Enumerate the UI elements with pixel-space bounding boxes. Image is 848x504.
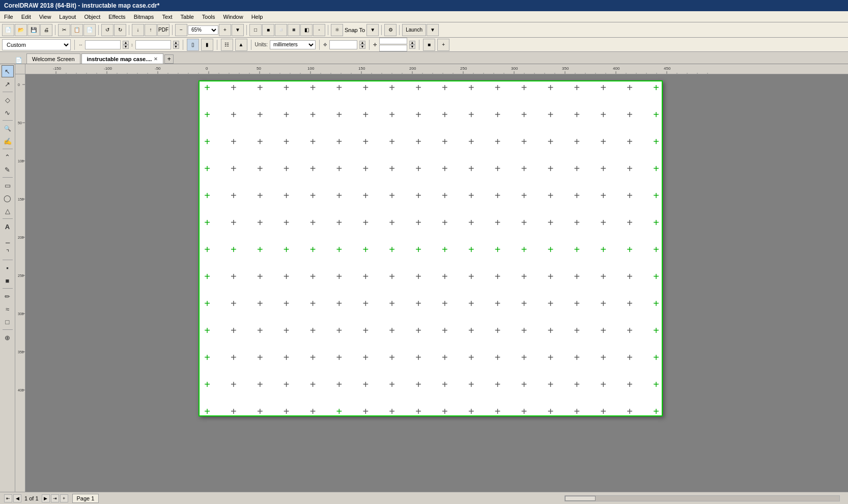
height-spinner[interactable]: ▲ ▼ bbox=[173, 41, 179, 49]
tool-eyedropper[interactable]: ✏ bbox=[2, 290, 14, 302]
new-button[interactable]: 📄 bbox=[2, 24, 14, 36]
print-button[interactable]: 🖨 bbox=[40, 24, 52, 36]
tool-line[interactable]: ⎯ bbox=[2, 233, 14, 245]
cross-grid: ++++++++++++++++++++++++++++++++++++++++… bbox=[200, 81, 662, 415]
step-x-input[interactable]: 5.0 mm bbox=[379, 38, 407, 44]
menu-file[interactable]: File bbox=[0, 13, 17, 21]
zoom-out-btn[interactable]: − bbox=[175, 24, 187, 36]
menu-bitmaps[interactable]: Bitmaps bbox=[130, 13, 158, 21]
all-pages-btn[interactable]: ☷ bbox=[221, 39, 233, 51]
menu-view[interactable]: View bbox=[35, 13, 55, 21]
cross-8-13: + bbox=[548, 298, 554, 309]
tab-add-btn[interactable]: + bbox=[164, 54, 174, 64]
tool-pan[interactable]: ✍ bbox=[2, 135, 14, 147]
menu-object[interactable]: Object bbox=[80, 13, 104, 21]
zoom-dropdown[interactable]: 65% 50% 75% 100% bbox=[188, 25, 218, 35]
units-dropdown[interactable]: millimeters inches pixels bbox=[270, 40, 316, 49]
tool-polygon[interactable]: △ bbox=[2, 205, 14, 217]
current-page-btn[interactable]: ▲ bbox=[235, 39, 247, 51]
landscape-btn[interactable]: ▮ bbox=[201, 39, 213, 51]
svg-text:350: 350 bbox=[18, 350, 24, 354]
menu-effects[interactable]: Effects bbox=[104, 13, 129, 21]
launch-dropdown[interactable]: ▼ bbox=[427, 24, 439, 36]
page-preset-dropdown[interactable]: Custom Letter A4 A3 bbox=[2, 39, 71, 50]
cross-10-12: + bbox=[521, 352, 527, 362]
view-btn6[interactable]: ◦ bbox=[313, 24, 325, 36]
canvas-area: -150-100-50050100150200250300350400450 0… bbox=[15, 64, 848, 492]
menu-layout[interactable]: Layout bbox=[55, 13, 80, 21]
prev-page-btn[interactable]: ◀ bbox=[13, 494, 21, 502]
tool-blend[interactable]: ≈ bbox=[2, 303, 14, 315]
first-page-btn[interactable]: ⇤ bbox=[4, 494, 12, 502]
tool-rectangle[interactable]: ▭ bbox=[2, 179, 14, 191]
tool-eraser[interactable]: □ bbox=[2, 316, 14, 328]
tool-move[interactable]: ⊕ bbox=[2, 331, 14, 344]
menu-window[interactable]: Window bbox=[219, 13, 247, 21]
last-page-btn[interactable]: ⇥ bbox=[51, 494, 59, 502]
tab-close-btn[interactable]: ✕ bbox=[154, 57, 158, 62]
tool-select[interactable]: ↖ bbox=[2, 65, 14, 77]
tool-shape[interactable]: ◇ bbox=[2, 94, 14, 106]
menu-help[interactable]: Help bbox=[247, 13, 267, 21]
width-input[interactable]: 430.0 mm bbox=[85, 40, 121, 49]
tool-pen[interactable]: ✎ bbox=[2, 163, 14, 176]
menu-text[interactable]: Text bbox=[158, 13, 176, 21]
cross-0-1: + bbox=[231, 82, 237, 93]
nudge-input[interactable]: 0.1 mm bbox=[329, 40, 357, 49]
page-tab[interactable]: Page 1 bbox=[72, 494, 99, 503]
tool-zoom[interactable]: 🔍 bbox=[2, 122, 14, 134]
view-btn5[interactable]: ◧ bbox=[300, 24, 313, 36]
width-spinner[interactable]: ▲ ▼ bbox=[123, 41, 129, 49]
zoom-options-btn[interactable]: ▼ bbox=[232, 24, 244, 36]
tool-connector[interactable]: ⌝ bbox=[2, 246, 14, 258]
plus-btn[interactable]: + bbox=[437, 39, 449, 51]
svg-text:0: 0 bbox=[18, 83, 20, 87]
tool-shadow[interactable]: ▪ bbox=[2, 262, 14, 274]
open-button[interactable]: 📂 bbox=[15, 24, 27, 36]
portrait-btn[interactable]: ▯ bbox=[187, 39, 199, 51]
cross-1-0: + bbox=[204, 109, 210, 120]
tool-fill[interactable]: ■ bbox=[2, 274, 14, 287]
cross-10-11: + bbox=[495, 352, 501, 362]
next-page-btn[interactable]: ▶ bbox=[42, 494, 50, 502]
tool-text[interactable]: A bbox=[2, 220, 14, 233]
view-btn2[interactable]: ■ bbox=[262, 24, 274, 36]
tool-freehand-select[interactable]: ↗ bbox=[2, 78, 14, 90]
tab-welcome[interactable]: Welcome Screen bbox=[26, 53, 80, 64]
export-button[interactable]: ↑ bbox=[145, 24, 157, 36]
redo-button[interactable]: ↻ bbox=[114, 24, 126, 36]
step-y-input[interactable]: 5.0 mm bbox=[379, 45, 407, 51]
menu-edit[interactable]: Edit bbox=[17, 13, 35, 21]
height-input[interactable]: 310.0 mm bbox=[135, 40, 171, 49]
undo-button[interactable]: ↺ bbox=[101, 24, 114, 36]
menu-table[interactable]: Table bbox=[177, 13, 198, 21]
step-spinner[interactable]: ▲ ▼ bbox=[409, 41, 415, 49]
nudge-spinner[interactable]: ▲ ▼ bbox=[359, 41, 365, 49]
pdf-button[interactable]: PDF bbox=[157, 24, 169, 36]
view-btn3[interactable]: ◽ bbox=[275, 24, 287, 36]
view-btn4[interactable]: ◾ bbox=[288, 24, 300, 36]
settings-btn[interactable]: ⚙ bbox=[384, 24, 397, 36]
tool-curve[interactable]: ⌃ bbox=[2, 151, 14, 163]
cut-button[interactable]: ✂ bbox=[58, 24, 70, 36]
cross-12-3: + bbox=[284, 406, 290, 415]
tab-document[interactable]: instructable map case.... ✕ bbox=[81, 53, 164, 64]
tool-ellipse[interactable]: ◯ bbox=[2, 192, 14, 204]
align-btn[interactable]: ■ bbox=[423, 39, 435, 51]
paste-button[interactable]: 📄 bbox=[83, 24, 96, 36]
hscrollbar[interactable] bbox=[564, 495, 840, 501]
hscroll-thumb[interactable] bbox=[565, 496, 596, 501]
ruler-corner bbox=[15, 64, 25, 74]
import-button[interactable]: ↓ bbox=[132, 24, 144, 36]
launch-btn[interactable]: Launch bbox=[402, 24, 426, 36]
drawing-canvas[interactable]: ++++++++++++++++++++++++++++++++++++++++… bbox=[25, 74, 848, 492]
snap-dropdown[interactable]: ▼ bbox=[366, 24, 379, 36]
tool-smooth[interactable]: ∿ bbox=[2, 106, 14, 119]
menu-tools[interactable]: Tools bbox=[198, 13, 219, 21]
zoom-in-btn[interactable]: + bbox=[219, 24, 231, 36]
save-button[interactable]: 💾 bbox=[27, 24, 40, 36]
add-page-btn[interactable]: + bbox=[60, 494, 68, 502]
view-btn1[interactable]: □ bbox=[249, 24, 262, 36]
copy-button[interactable]: 📋 bbox=[71, 24, 83, 36]
cross-3-1: + bbox=[231, 163, 237, 174]
